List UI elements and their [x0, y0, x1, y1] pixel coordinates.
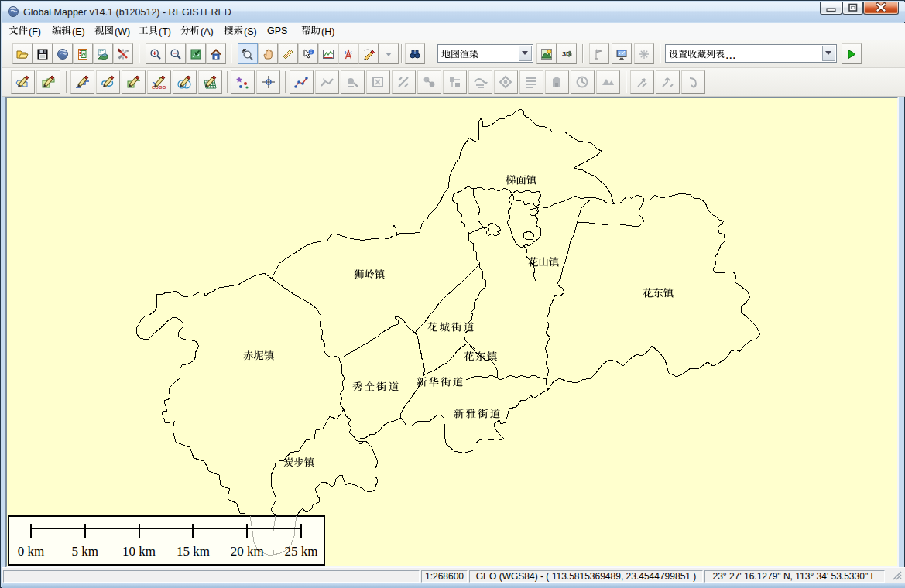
svg-text:COGO: COGO	[152, 85, 166, 90]
svg-text:10 km: 10 km	[122, 544, 156, 559]
svg-text:20 km: 20 km	[231, 544, 264, 559]
svg-text:15 km: 15 km	[177, 544, 210, 559]
svg-text:5 km: 5 km	[72, 544, 98, 559]
svg-text:25 km: 25 km	[285, 544, 318, 559]
svg-text:0 km: 0 km	[18, 544, 44, 559]
